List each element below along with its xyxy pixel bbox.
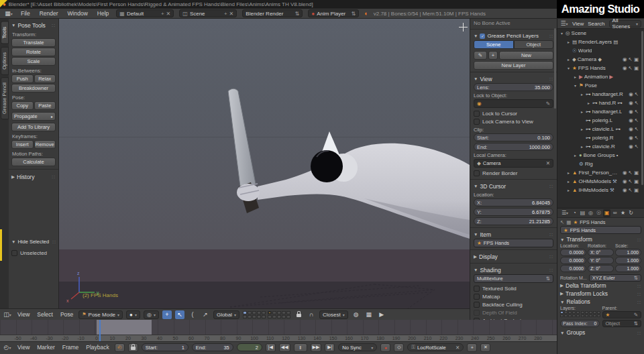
row-label[interactable]: Rig [585, 161, 593, 167]
eye-icon[interactable]: ◉ [623, 65, 627, 71]
add-to-library-button[interactable]: Add To Library [11, 123, 56, 131]
row-label[interactable]: handtarget.L [592, 109, 623, 115]
npanel-scrollbar[interactable] [554, 28, 556, 109]
prev-keyframe-button[interactable]: ◀◀ [279, 343, 290, 352]
add-layout-button[interactable]: + [161, 11, 164, 17]
outliner-row[interactable]: ▸ ▤ RenderLayers ▤ [557, 38, 644, 46]
menu-render[interactable]: Render [38, 10, 60, 17]
outliner-row[interactable]: ▸ ⊶ handtarget.L ◉↖ [557, 107, 644, 116]
row-label[interactable]: Pose [585, 82, 597, 88]
push-button[interactable]: Push [11, 74, 34, 83]
shading-panel-header[interactable]: ▼Shading:: [474, 266, 553, 274]
shading-option-checkbox[interactable]: Textured Solid [474, 284, 553, 292]
timeline-view-menu[interactable]: View [15, 344, 32, 351]
eye-icon[interactable]: ◉ [629, 143, 633, 150]
timeline-ruler[interactable]: -50-40-30-20-100102030405060708090100110… [0, 335, 557, 341]
ptr-icon[interactable]: ↖ [629, 56, 633, 62]
translate-button[interactable]: Translate [11, 38, 56, 47]
gp-add-icon[interactable]: + [488, 51, 498, 60]
parent-eyedropper-icon[interactable]: ✎ [634, 312, 638, 318]
translate-manipulator[interactable]: ↖ [175, 310, 184, 319]
jump-to-end-button[interactable]: ▶| [325, 343, 335, 352]
outliner-row[interactable]: ☉ World [557, 46, 644, 55]
outliner-view-menu[interactable]: View [572, 21, 584, 27]
ptr-icon[interactable]: ↖ [629, 65, 633, 71]
rotation-y-field[interactable]: Y: 0° [588, 257, 614, 264]
cursor-z-field[interactable]: Z:21.21285 [474, 217, 553, 225]
clip-end-slider[interactable]: End:1000.000 [474, 143, 553, 151]
properties-tab[interactable]: ▣ [603, 209, 610, 217]
row-label[interactable]: RenderLayers [578, 39, 612, 45]
rotation-mode-selector[interactable]: XYZ Euler⇅ [589, 274, 641, 282]
object-layers-widget[interactable] [560, 311, 600, 317]
layers-widget[interactable] [243, 311, 290, 318]
outliner-row[interactable]: ▸ ⊶ hand.R ⊶ ◉↖ [557, 99, 644, 107]
hide-selected-panel-header[interactable]: ▼Hide Selected:: [11, 237, 56, 246]
cam-icon[interactable]: ▣ [634, 178, 639, 184]
expand-caret-icon[interactable]: ▾ [566, 66, 571, 70]
eye-icon[interactable]: ◉ [623, 178, 627, 184]
start-frame-field[interactable]: Start:1 [142, 343, 189, 351]
properties-tab[interactable]: ☉ [595, 209, 602, 217]
end-frame-field[interactable]: End:35 [192, 343, 233, 351]
cam-icon[interactable]: ▣ [634, 65, 639, 71]
timeline-editor-type-icon[interactable]: ◴▾ [3, 343, 12, 352]
expand-caret-icon[interactable]: ▸ [566, 57, 571, 62]
pose-menu[interactable]: Pose [58, 311, 75, 318]
cursor-x-field[interactable]: X:6.84045 [474, 198, 553, 206]
properties-tab[interactable]: ◔ [571, 209, 578, 217]
ptr-icon[interactable]: ↖ [635, 143, 639, 150]
outliner-row[interactable]: ▸ ⊶ clavicle.R ◉↖ [557, 142, 644, 151]
lock-to-object-field[interactable]: ◉ ✎ [474, 99, 553, 108]
viewport-editor-type-icon[interactable]: ◫▾ [3, 310, 12, 319]
delete-scene-button[interactable]: ✕ [229, 11, 234, 17]
ptr-icon[interactable]: ↖ [629, 178, 633, 184]
relax-button[interactable]: Relax [34, 74, 56, 83]
cam-icon[interactable]: ▣ [634, 187, 639, 193]
tab-tools[interactable]: Tools [1, 21, 9, 44]
menu-file[interactable]: File [19, 10, 32, 17]
anim-player-selector[interactable]: ● Anim Player ⇅ [308, 9, 359, 17]
eyedropper-icon[interactable]: ✎ [546, 101, 550, 107]
grease-pencil-layers-header[interactable]: ▼✓ Grease Pencil Layers:: [474, 32, 553, 40]
gp-source-scene-toggle[interactable]: Scene [474, 40, 514, 49]
transform-locks-panel-header[interactable]: ▶Transform Locks:: [560, 290, 641, 298]
expand-caret-icon[interactable]: ▸ [566, 188, 571, 192]
pass-index-field[interactable]: Pass Index:0 [560, 320, 600, 327]
ptr-icon[interactable]: ↖ [635, 126, 639, 132]
outliner-row[interactable]: ⊶ polerig.R ◉↖ [557, 133, 644, 142]
row-label[interactable]: Scene [572, 30, 587, 36]
ptr-icon[interactable]: ↖ [635, 100, 639, 106]
editor-type-icon[interactable]: ▦▾ [4, 9, 13, 18]
eye-icon[interactable]: ◉ [623, 56, 627, 62]
gp-new-button[interactable]: New [499, 51, 553, 60]
eye-icon[interactable]: ◉ [629, 135, 633, 141]
parent-field[interactable]: ★ ✎ [602, 311, 642, 318]
eye-icon[interactable]: ◉ [629, 100, 633, 106]
tab-grease-pencil[interactable]: Grease Pencil [1, 77, 9, 119]
history-panel-header[interactable]: ▶History:: [11, 172, 56, 181]
expand-caret-icon[interactable]: ▸ [580, 127, 584, 131]
row-label[interactable]: Animation [584, 74, 608, 80]
manipulator-toggle[interactable]: + [162, 310, 172, 319]
delta-transform-panel-header[interactable]: ▶Delta Transform:: [560, 282, 641, 290]
outliner-filter-selector[interactable]: All Scenes▾ [609, 20, 641, 27]
preview-range-toggle[interactable]: ◴ [115, 343, 125, 352]
groups-panel-header[interactable]: ▼Groups:: [560, 329, 641, 337]
rotation-z-field[interactable]: Z: 0° [588, 265, 614, 272]
row-label[interactable]: polerig.L [592, 117, 613, 123]
tab-options[interactable]: Options [1, 47, 9, 75]
row-label[interactable]: polerig.R [592, 135, 614, 141]
row-label[interactable]: handtarget.R [592, 91, 623, 97]
next-keyframe-button[interactable]: ▶▶ [311, 343, 322, 352]
row-label[interactable]: OHMsModels [578, 178, 610, 184]
playhead[interactable] [99, 320, 101, 341]
scale-manipulator[interactable]: ↗ [201, 310, 210, 319]
outliner-scrollbar[interactable] [641, 31, 643, 185]
outliner-row[interactable]: ▸ ◆ Camera ◆ ◉↖▣ [557, 55, 644, 64]
outliner-row[interactable]: ▾ ⚑ Pose [557, 81, 644, 90]
scale-z-field[interactable]: 1.000 [615, 265, 641, 272]
transform-panel-header[interactable]: ▼Transform:: [560, 235, 641, 243]
scene-selector[interactable]: ◫ Scene + ✕ [179, 9, 237, 17]
outliner-row[interactable]: ▸ ⊶ handtarget.R ◉↖ [557, 90, 644, 99]
